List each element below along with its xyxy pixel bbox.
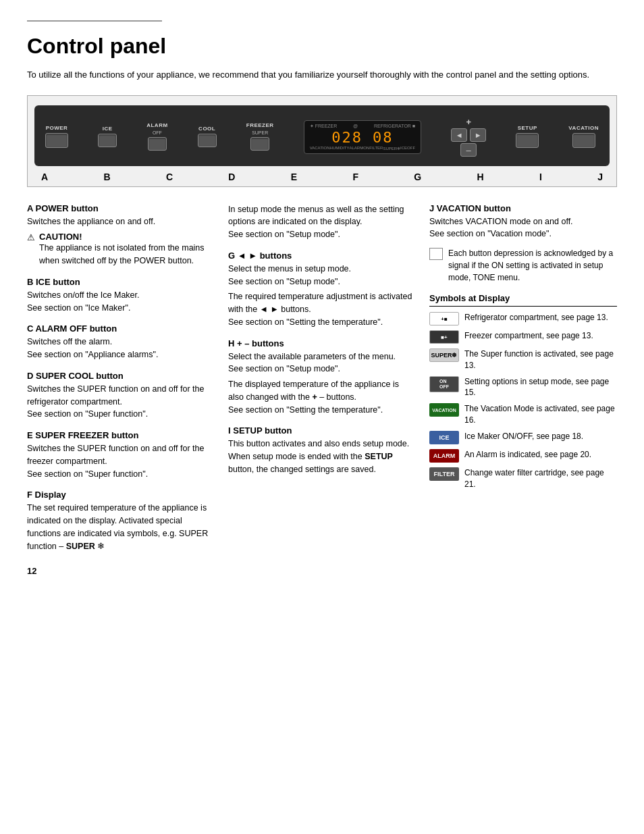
section-c-text: Switches off the alarm.See section on "A… [27, 336, 215, 361]
vacation-btn[interactable] [572, 133, 595, 148]
minus-btn[interactable]: – [460, 143, 477, 157]
caution-text: The appliance is not isolated from the m… [39, 242, 215, 267]
symbol-row-ice: ICE Ice Maker ON/OFF, see page 18. [429, 431, 617, 444]
alarm-label: ALARM [146, 123, 167, 129]
caution-title: CAUTION! [39, 232, 215, 242]
display-freezer-label: ✦ FREEZER [310, 124, 338, 129]
disp-on: ON [363, 146, 369, 151]
label-F: F [352, 172, 358, 182]
section-d-text: Switches the SUPER function on and off f… [27, 383, 215, 421]
disp-humidity: HUMIDITY [329, 146, 349, 151]
display-section: ✦ FREEZER @ REFRIGERATOR ■ 028 08 VACATI… [304, 120, 421, 154]
section-h-text1: Select the available parameters of the m… [228, 350, 416, 376]
section-b-heading: B ICE button [27, 277, 215, 287]
setup-label: SETUP [518, 126, 537, 132]
vacation-label: VACATION [568, 126, 599, 132]
col-mid: In setup mode the menus as well as the s… [228, 203, 416, 577]
vacation-button-group: VACATION [568, 126, 599, 149]
section-c-heading: C ALARM OFF button [27, 323, 215, 334]
label-D: D [228, 172, 235, 182]
display-top: ✦ FREEZER @ REFRIGERATOR ■ [310, 124, 415, 129]
display-refrig-label: REFRIGERATOR ■ [374, 124, 415, 129]
disp-super: SUPER❄ [383, 146, 400, 151]
section-g-heading: G ◄ ► buttons [228, 251, 416, 261]
minus-row: – [460, 143, 477, 157]
disp-vacation: VACATION [310, 146, 330, 151]
freezer-label: FREEZER [246, 123, 274, 129]
symbol-desc-super: The Super function is activated, see pag… [464, 348, 617, 371]
disp-off: OFF [407, 146, 415, 151]
section-d-heading: D SUPER COOL button [27, 371, 215, 381]
plus-indicator: + [466, 117, 471, 127]
ice-label: ICE [103, 126, 113, 132]
col-left: A POWER button Switches the appliance on… [27, 203, 215, 577]
section-f-heading: F Display [27, 490, 215, 500]
label-I: I [539, 172, 542, 182]
disp-filter: FILTER [369, 146, 383, 151]
symbol-desc-freezer: Freezer compartment, see page 13. [464, 330, 593, 342]
section-f-text: The set required temperature of the appl… [27, 502, 215, 552]
alarm-sublabel: OFF [153, 130, 162, 135]
power-btn[interactable] [45, 133, 68, 148]
cool-button-group: COOL [198, 126, 217, 148]
section-j-heading: J VACATION button [429, 203, 617, 213]
badge-filter: FILTER [429, 467, 459, 481]
setup-mode-note: In setup mode the menus as well as the s… [228, 203, 416, 241]
power-button-group: POWER [45, 126, 68, 149]
setup-button-group: SETUP [516, 126, 539, 149]
page-number: 12 [27, 566, 215, 576]
panel-diagram: POWER ICE ALARM OFF COOL FREEZER SUPER [27, 95, 617, 187]
caution-box: ⚠ CAUTION! The appliance is not isolated… [27, 232, 215, 267]
top-line [27, 20, 162, 22]
section-i-heading: I SETUP button [228, 425, 416, 436]
tone-box: Each button depression is acknowledged b… [429, 247, 617, 284]
freezer-button-group: FREEZER SUPER [246, 123, 274, 151]
badge-refrig: +■ [429, 312, 459, 325]
symbol-desc-filter: Change water filter cartridge, see page … [464, 467, 617, 490]
section-a-text: Switches the appliance on and off. [27, 215, 215, 228]
right-arrow-btn[interactable]: ► [470, 128, 486, 142]
symbol-desc-refrig: Refrigerator compartment, see page 13. [464, 312, 608, 323]
col-right: J VACATION button Switches VACATION mode… [429, 203, 617, 577]
label-C: C [166, 172, 173, 182]
section-h-heading: H + – buttons [228, 338, 416, 348]
badge-vacation: VACATION [429, 403, 459, 417]
alarm-button-group: ALARM OFF [146, 123, 167, 151]
section-a-heading: A POWER button [27, 203, 215, 213]
plus-row: + [466, 117, 471, 127]
power-label: POWER [46, 126, 68, 132]
display-bottom: VACATION HUMIDITY ALARM ON FILTER SUPER❄… [310, 146, 415, 151]
alarm-btn[interactable] [148, 137, 167, 151]
label-E: E [291, 172, 297, 182]
symbol-row-refrig: +■ Refrigerator compartment, see page 13… [429, 312, 617, 325]
badge-freezer: ■+ [429, 330, 459, 344]
left-arrow-btn[interactable]: ◄ [451, 128, 467, 142]
symbol-row-super: SUPER❄ The Super function is activated, … [429, 348, 617, 371]
symbol-row-filter: FILTER Change water filter cartridge, se… [429, 467, 617, 490]
badge-super: SUPER❄ [429, 348, 459, 362]
section-e-heading: E SUPER FREEZER button [27, 430, 215, 440]
symbol-desc-vacation: The Vacation Mode is activated, see page… [464, 403, 617, 426]
display-digits: 028 08 [331, 129, 393, 146]
section-g-text1: Select the menus in setup mode.See secti… [228, 263, 416, 288]
symbol-row-alarm: ALARM An Alarm is indicated, see page 20… [429, 449, 617, 463]
ice-btn[interactable] [98, 134, 117, 147]
lr-arrows-row: ◄ ► [451, 128, 486, 142]
freezer-btn[interactable] [250, 137, 269, 151]
symbol-row-onoff: ONOFF Setting options in setup mode, see… [429, 376, 617, 399]
tone-text: Each button depression is acknowledged b… [448, 247, 617, 284]
badge-ice: ICE [429, 431, 459, 444]
cool-label: COOL [198, 126, 215, 132]
caution-content: CAUTION! The appliance is not isolated f… [39, 232, 215, 267]
panel-inner: POWER ICE ALARM OFF COOL FREEZER SUPER [34, 105, 610, 166]
intro-text: To utilize all the functions of your app… [27, 68, 614, 82]
symbols-heading: Symbols at Display [429, 293, 617, 307]
symbol-desc-onoff: Setting options in setup mode, see page … [464, 376, 617, 399]
symbol-desc-alarm: An Alarm is indicated, see page 20. [464, 449, 591, 461]
disp-ice: ICE [400, 146, 407, 151]
setup-btn[interactable] [516, 133, 539, 148]
caution-icon: ⚠ [27, 232, 35, 267]
cool-btn[interactable] [198, 134, 217, 147]
section-e-text: Switches the SUPER function on and off f… [27, 442, 215, 480]
tone-square [429, 248, 443, 260]
